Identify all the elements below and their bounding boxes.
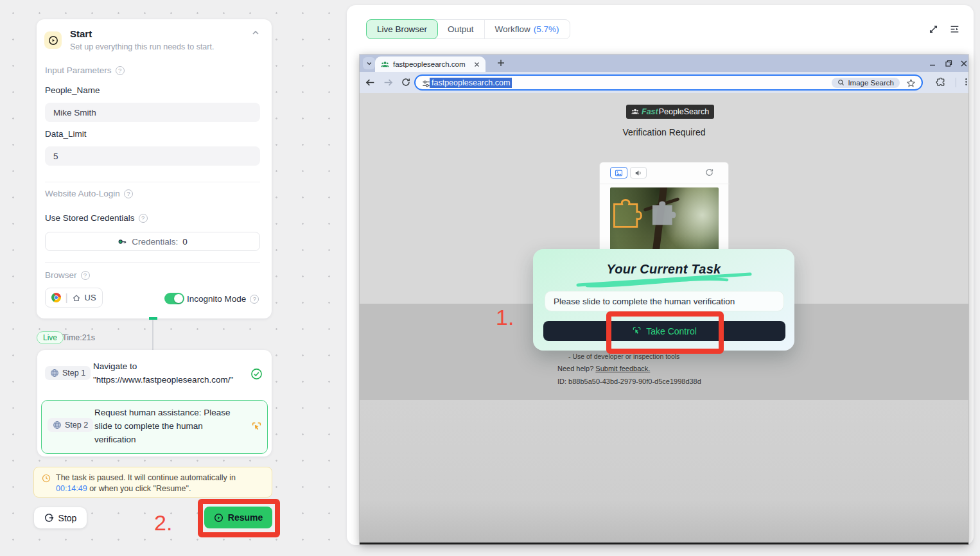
step-1-badge: Step 1 <box>62 369 85 378</box>
puzzle-piece-slider[interactable] <box>650 195 685 227</box>
tab-live-browser[interactable]: Live Browser <box>366 19 438 39</box>
magnifier-icon <box>837 79 844 86</box>
new-tab-icon[interactable] <box>496 58 506 68</box>
site-settings-icon[interactable] <box>421 79 431 89</box>
pause-text-after: or when you click "Resume". <box>89 484 191 493</box>
resume-button[interactable]: Resume <box>204 507 272 528</box>
expand-icon[interactable] <box>928 24 939 35</box>
people-name-input[interactable]: Mike Smith <box>45 103 260 122</box>
globe-icon <box>53 421 62 430</box>
play-icon <box>214 513 223 523</box>
logo-fast: Fast <box>642 107 658 116</box>
tab-output[interactable]: Output <box>437 20 485 39</box>
help-icon[interactable] <box>116 66 125 75</box>
viewer-panel: Live Browser Output Workflow(5.7%) fastp… <box>347 5 974 545</box>
browser-toolbar: fastpeoplesearch.com Image Search <box>360 72 968 93</box>
website-auto-login-label: Website Auto-Login <box>45 189 133 198</box>
log-panel-icon[interactable] <box>949 24 960 35</box>
stop-icon <box>44 513 54 523</box>
incognito-mode-label: Incognito Mode <box>187 294 259 304</box>
credentials-label: Credentials: <box>132 237 178 247</box>
restore-icon[interactable] <box>944 59 953 68</box>
start-card: Start Set up everything this run needs t… <box>37 19 272 318</box>
steps-card: Step 1 Navigate to "https://www.fastpeop… <box>37 350 272 456</box>
start-title: Start <box>70 28 92 39</box>
data-limit-input[interactable]: 5 <box>45 146 260 166</box>
step-1-row[interactable]: Step 1 <box>45 366 91 380</box>
field-label-data-limit: Data_Limit <box>45 129 87 139</box>
help-icon[interactable] <box>139 214 148 223</box>
take-control-button[interactable]: Take Control <box>543 321 785 341</box>
reload-icon[interactable] <box>401 77 411 87</box>
pause-countdown: 00:14:49 <box>56 484 87 493</box>
speaker-icon <box>634 169 643 177</box>
pause-text-before: The task is paused. It will continue aut… <box>56 473 236 482</box>
step-2-badge: Step 2 <box>65 421 88 430</box>
puzzle-piece-target <box>611 193 651 230</box>
task-message: Please slide to complete the human verif… <box>545 291 784 311</box>
chrome-icon <box>51 293 61 302</box>
annotation-number-2: 2. <box>154 510 172 535</box>
image-search-button[interactable]: Image Search <box>832 78 900 88</box>
fastpeoplesearch-logo: Fast PeopleSearch <box>626 105 714 119</box>
incognito-toggle[interactable] <box>164 293 184 304</box>
tab-search-chevron-icon[interactable] <box>363 57 375 69</box>
browser-tab[interactable]: fastpeoplesearch.com <box>375 56 486 72</box>
credentials-count: 0 <box>182 237 188 247</box>
browser-window: fastpeoplesearch.com fastpeoplesearch.co… <box>360 55 968 544</box>
tools-notice-line: - Use of developer or inspection tools <box>568 352 679 360</box>
people-logo-icon <box>631 108 639 116</box>
credentials-button[interactable]: Credentials: 0 <box>45 232 260 251</box>
captcha-image-mode-button[interactable] <box>610 167 627 178</box>
tab-workflow[interactable]: Workflow(5.7%) <box>485 20 570 39</box>
help-icon[interactable] <box>81 271 90 280</box>
url-text[interactable]: fastpeoplesearch.com <box>430 78 512 88</box>
help-icon[interactable] <box>250 295 259 304</box>
separator: | <box>65 292 67 304</box>
extensions-puzzle-icon[interactable] <box>936 77 946 87</box>
region-label: US <box>85 293 96 302</box>
field-label-people-name: People_Name <box>45 85 100 95</box>
divider <box>45 262 260 263</box>
help-line: Need help? Submit feedback. <box>557 365 650 372</box>
submit-feedback-link[interactable]: Submit feedback. <box>595 365 650 372</box>
connector-line <box>152 318 153 351</box>
forward-icon[interactable] <box>383 77 394 88</box>
scribble-underline <box>575 272 755 288</box>
browser-label: Browser <box>45 270 90 280</box>
tab-close-icon[interactable] <box>474 62 480 67</box>
bookmark-star-icon[interactable] <box>906 78 916 88</box>
picture-icon <box>615 169 623 177</box>
collapse-chevron-up-icon[interactable] <box>251 28 260 37</box>
browser-tabstrip: fastpeoplesearch.com <box>360 55 968 72</box>
home-icon <box>72 293 81 302</box>
connector-tick <box>149 317 157 320</box>
browser-profile-button[interactable]: | US <box>45 288 103 308</box>
viewport-lower <box>360 400 968 543</box>
captcha-audio-mode-button[interactable] <box>630 167 647 178</box>
verification-heading: Verification Required <box>360 127 968 137</box>
key-icon <box>118 237 127 247</box>
step-1-success-icon <box>250 368 263 380</box>
use-stored-credentials-label: Use Stored Credentials <box>45 213 148 223</box>
clock-icon <box>42 474 51 483</box>
back-icon[interactable] <box>365 77 376 88</box>
workflow-percent: (5.7%) <box>534 24 559 34</box>
window-bottom-edge <box>360 543 968 544</box>
url-bar[interactable]: fastpeoplesearch.com Image Search <box>414 74 923 91</box>
input-parameters-label: Input Parameters <box>45 65 125 75</box>
browser-tab-title: fastpeoplesearch.com <box>393 60 470 68</box>
stop-button[interactable]: Stop <box>34 507 87 528</box>
pause-notice: The task is paused. It will continue aut… <box>33 467 272 498</box>
window-close-icon[interactable] <box>959 59 968 68</box>
verification-id-line: ID: b88b5a50-43bd-2979-90f0-d5ce1998d38d <box>557 378 701 385</box>
human-assist-icon <box>251 421 262 432</box>
minimize-icon[interactable] <box>928 59 937 68</box>
captcha-refresh-icon[interactable] <box>704 168 714 177</box>
people-favicon <box>381 60 389 69</box>
step-2-row[interactable]: Step 2 Request human assistance: Please … <box>41 400 268 454</box>
step-1-text: Navigate to "https://www.fastpeoplesearc… <box>93 360 250 387</box>
help-icon[interactable] <box>124 189 133 198</box>
kebab-menu-icon[interactable] <box>961 77 971 87</box>
current-task-overlay: Your Current Task Please slide to comple… <box>533 249 794 351</box>
